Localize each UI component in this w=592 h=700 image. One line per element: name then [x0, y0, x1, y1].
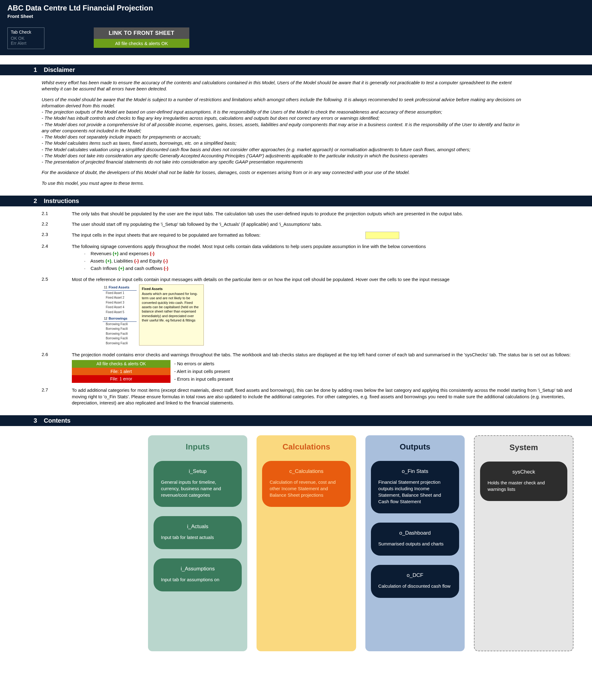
sheet-subtitle: Front Sheet	[7, 13, 585, 19]
inst-22-num: 2.2	[42, 221, 54, 226]
disclaimer-p1: Whilst every effort has been made to ens…	[42, 80, 524, 92]
yellow-input-cell-sample	[365, 232, 399, 239]
disclaimer-p4: To use this model, you must agree to the…	[42, 180, 524, 186]
tab-check-label: Tab Check	[11, 30, 41, 35]
inst-24-num: 2.4	[42, 243, 54, 249]
card-o-dashboard[interactable]: o_Dashboard Summarised outputs and chart…	[371, 523, 459, 556]
disclaimer-block: Whilst every effort has been made to ens…	[0, 75, 543, 186]
disclaimer-p2: Users of the model should be aware that …	[42, 97, 521, 108]
tooltip-title: Fixed Assets	[142, 287, 201, 291]
status-orange: File: 1 alert	[72, 368, 170, 375]
contents-columns: Inputs i_Setup General inputs for timeli…	[0, 426, 592, 664]
inst-27: To add additional categories for most it…	[72, 387, 574, 406]
disclaimer-b5: - The Model calculates items such as tax…	[42, 140, 237, 146]
card-syscheck[interactable]: sysCheck Holds the master check and warn…	[480, 462, 567, 501]
tooltip-example: 11Fixed Assets Fixed Asset 1 Fixed Asset…	[103, 284, 574, 346]
disclaimer-b6: - The Model calculates valuation using a…	[42, 147, 471, 152]
inst-25: Most of the reference or input cells con…	[72, 276, 574, 348]
calculations-column: Calculations c_Calculations Calculation …	[256, 435, 356, 651]
disclaimer-b7: - The Model does not take into considera…	[42, 153, 428, 158]
file-checks-status: All file checks & alerts OK	[94, 39, 189, 48]
section-1-title: Disclaimer	[44, 66, 75, 74]
disclaimer-b1: - The projection outputs of the Model ar…	[42, 109, 442, 114]
card-o-fin-stats[interactable]: o_Fin Stats Financial Statement projecti…	[371, 461, 459, 513]
card-o-dcf[interactable]: o_DCF Calculation of discounted cash flo…	[371, 565, 459, 598]
card-i-actuals[interactable]: i_Actuals Input tab for latest actuals	[154, 516, 242, 549]
disclaimer-b4: - The Model does not separately include …	[42, 134, 201, 139]
card-i-assumptions[interactable]: i_Assumptions Input tab for assumptions …	[154, 558, 242, 592]
inst-24: The following signage conventions apply …	[72, 243, 574, 272]
link-front-sheet-button[interactable]: LINK TO FRONT SHEET	[94, 28, 189, 39]
section-1-header: 1 Disclaimer	[0, 64, 592, 75]
disclaimer-p3: For the avoidance of doubt, the develope…	[42, 169, 524, 176]
section-2-header: 2 Instructions	[0, 196, 592, 206]
inst-21: The only tabs that should be populated b…	[72, 211, 574, 217]
top-header: ABC Data Centre Ltd Financial Projection…	[0, 0, 592, 55]
instructions-block: 2.1The only tabs that should be populate…	[0, 206, 592, 406]
inputs-column: Inputs i_Setup General inputs for timeli…	[148, 435, 247, 651]
inst-23: The input cells in the input sheets that…	[72, 232, 574, 239]
card-c-calculations[interactable]: c_Calculations Calculation of revenue, c…	[262, 461, 350, 507]
outputs-column: Outputs o_Fin Stats Financial Statement …	[365, 435, 465, 651]
disclaimer-b8: - The presentation of projected financia…	[42, 159, 303, 165]
model-title: ABC Data Centre Ltd Financial Projection	[7, 4, 585, 12]
status-red: File: 1 error	[72, 375, 170, 383]
section-1-num: 1	[31, 66, 37, 74]
inst-22: The user should start off my populating …	[72, 221, 574, 227]
inst-21-num: 2.1	[42, 211, 54, 216]
section-2-num: 2	[31, 197, 37, 204]
inst-26-num: 2.6	[42, 352, 54, 357]
system-column: System sysCheck Holds the master check a…	[474, 435, 574, 651]
tab-check-row-ok: OK OK	[11, 36, 41, 41]
disclaimer-b3: - The Model does not provide a comprehen…	[42, 122, 520, 133]
tab-check-row-err: Err Alert	[11, 41, 41, 46]
inst-25-num: 2.5	[42, 276, 54, 282]
section-3-num: 3	[31, 417, 37, 424]
inst-26: The projection model contains error chec…	[72, 352, 574, 383]
status-bar-legend: All file checks & alerts OK- No errors o…	[72, 360, 257, 383]
disclaimer-b2: - The Model has inbuilt controls and che…	[42, 115, 380, 121]
section-3-header: 3 Contents	[0, 415, 592, 426]
card-i-setup[interactable]: i_Setup General inputs for timeline, cur…	[154, 461, 242, 507]
inst-27-num: 2.7	[42, 387, 54, 392]
status-green: All file checks & alerts OK	[72, 360, 170, 368]
inst-23-num: 2.3	[42, 232, 54, 237]
tab-check-box: Tab Check OK OK Err Alert	[7, 28, 44, 49]
tooltip-body: Assets which are purchased for long-term…	[142, 291, 201, 322]
section-2-title: Instructions	[44, 197, 79, 204]
header-buttons: LINK TO FRONT SHEET All file checks & al…	[94, 28, 189, 48]
section-3-title: Contents	[44, 417, 70, 424]
